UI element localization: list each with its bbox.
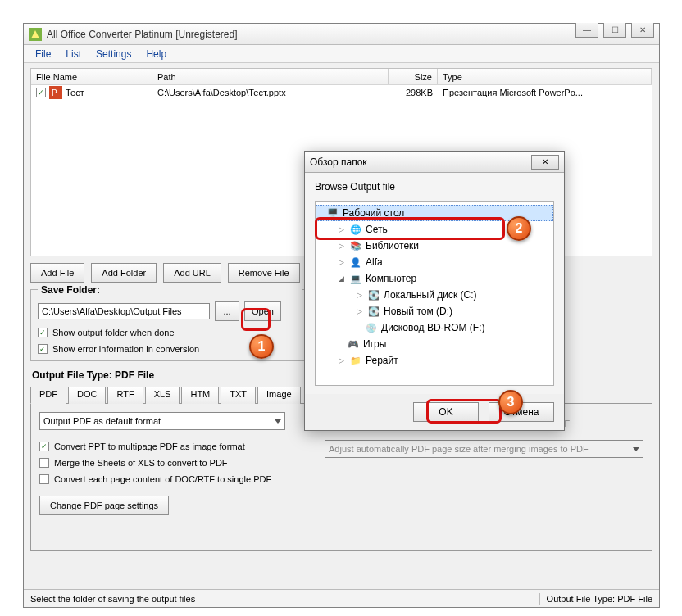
tab-image[interactable]: Image — [257, 387, 301, 404]
libraries-icon: 📚 — [349, 239, 362, 252]
menu-list[interactable]: List — [59, 47, 88, 61]
tab-doc[interactable]: DOC — [68, 387, 106, 404]
collapse-icon[interactable]: ◢ — [337, 274, 346, 283]
tree-new-d[interactable]: ▷💽Новый том (D:) — [316, 303, 553, 319]
disk-icon: 💽 — [367, 288, 380, 301]
save-folder-legend: Save Folder: — [38, 284, 302, 296]
ppt-icon: P — [49, 86, 62, 99]
annotation-box-2 — [315, 217, 505, 240]
expand-icon[interactable]: ▷ — [337, 242, 346, 251]
tree-rewrite[interactable]: ▷📁Рерайт — [316, 352, 553, 369]
dropdown-icon — [633, 447, 639, 451]
menubar: File List Settings Help — [24, 45, 659, 63]
games-icon: 🎮 — [347, 337, 360, 351]
status-left: Select the folder of saving the output f… — [30, 594, 195, 604]
statusbar: Select the folder of saving the output f… — [24, 589, 659, 607]
annotation-box-3 — [426, 399, 502, 424]
annotation-box-1 — [241, 308, 271, 331]
svg-text:P: P — [52, 88, 57, 97]
browse-button[interactable]: ... — [215, 301, 239, 321]
close-button[interactable]: ✕ — [631, 23, 654, 38]
row-path: C:\Users\Alfa\Desktop\Тест.pptx — [152, 88, 389, 97]
dialog-title: Обзор папок — [310, 156, 367, 168]
ppt-multipage-label: Convert PPT to multipage PDF as image fo… — [54, 442, 245, 451]
expand-icon[interactable]: ▷ — [337, 356, 346, 365]
tab-pdf[interactable]: PDF — [30, 387, 66, 404]
disk-icon: 💽 — [367, 305, 380, 318]
status-right: Output File Type: PDF File — [547, 594, 652, 604]
browse-folder-dialog: Обзор папок ✕ Browse Output file 🖥️Рабоч… — [304, 151, 565, 431]
callout-3: 3 — [498, 390, 523, 414]
row-size: 298KB — [389, 88, 438, 97]
row-name: Тест — [66, 88, 84, 97]
expand-icon[interactable]: ▷ — [337, 258, 346, 267]
minimize-button[interactable]: — — [575, 23, 598, 38]
tree-games[interactable]: 🎮Игры — [316, 336, 553, 352]
show-output-checkbox[interactable]: ✓ — [38, 328, 48, 337]
save-folder-input[interactable] — [38, 303, 210, 319]
dialog-close-button[interactable]: ✕ — [531, 155, 559, 170]
tab-htm[interactable]: HTM — [181, 387, 219, 404]
expand-icon[interactable]: ▷ — [355, 307, 364, 316]
tree-user[interactable]: ▷👤Alfa — [316, 254, 553, 270]
menu-settings[interactable]: Settings — [89, 47, 138, 61]
tab-rtf[interactable]: RTF — [107, 387, 143, 404]
dialog-label: Browse Output file — [315, 181, 554, 192]
add-file-button[interactable]: Add File — [30, 263, 84, 283]
remove-file-button[interactable]: Remove File — [228, 263, 300, 283]
maximize-button[interactable]: ☐ — [603, 23, 626, 38]
callout-1: 1 — [249, 334, 274, 359]
optical-icon: 💿 — [365, 321, 378, 334]
dropdown-icon — [275, 419, 281, 424]
show-errors-checkbox[interactable]: ✓ — [38, 344, 48, 354]
menu-file[interactable]: File — [29, 47, 57, 61]
file-list-header: File Name Path Size Type — [31, 69, 652, 85]
add-folder-button[interactable]: Add Folder — [91, 263, 157, 283]
change-pdf-settings-button[interactable]: Change PDF page settings — [39, 496, 169, 515]
file-row[interactable]: ✓ P Тест C:\Users\Alfa\Desktop\Тест.pptx… — [31, 85, 652, 100]
output-pdf-select[interactable]: Output PDF as default format — [39, 412, 285, 430]
merge-xls-label: Merge the Sheets of XLS to convert to PD… — [54, 458, 228, 468]
col-path[interactable]: Path — [152, 69, 389, 84]
tab-xls[interactable]: XLS — [145, 387, 180, 404]
expand-icon[interactable]: ▷ — [355, 291, 364, 300]
tree-computer[interactable]: ◢💻Компьютер — [316, 270, 553, 287]
app-icon — [29, 28, 42, 41]
callout-2: 2 — [507, 216, 531, 241]
merge-xls-checkbox[interactable] — [39, 458, 49, 468]
show-output-label: Show output folder when done — [52, 328, 175, 337]
col-size[interactable]: Size — [389, 69, 438, 84]
docrtf-single-checkbox[interactable] — [39, 474, 49, 484]
tree-local-c[interactable]: ▷💽Локальный диск (C:) — [316, 287, 553, 303]
row-type: Презентация Microsoft PowerPo... — [438, 88, 652, 97]
tab-txt[interactable]: TXT — [221, 387, 256, 404]
window-title: All Office Converter Platinum [Unregiste… — [47, 29, 656, 40]
adjust-pagesize-select: Adjust automatically PDF page size after… — [325, 440, 643, 458]
add-url-button[interactable]: Add URL — [163, 263, 221, 283]
show-errors-label: Show error information in conversion — [52, 344, 199, 354]
titlebar: All Office Converter Platinum [Unregiste… — [24, 24, 659, 45]
tree-bdrom[interactable]: 💿Дисковод BD-ROM (F:) — [316, 319, 553, 336]
folder-icon: 📁 — [349, 354, 362, 367]
col-type[interactable]: Type — [438, 69, 652, 84]
row-checkbox[interactable]: ✓ — [36, 88, 46, 97]
ppt-multipage-checkbox[interactable]: ✓ — [39, 442, 49, 451]
menu-help[interactable]: Help — [139, 47, 173, 61]
user-icon: 👤 — [349, 256, 362, 269]
docrtf-single-label: Convert each page content of DOC/RTF to … — [54, 474, 271, 484]
computer-icon: 💻 — [349, 272, 362, 285]
col-name[interactable]: File Name — [31, 69, 152, 84]
